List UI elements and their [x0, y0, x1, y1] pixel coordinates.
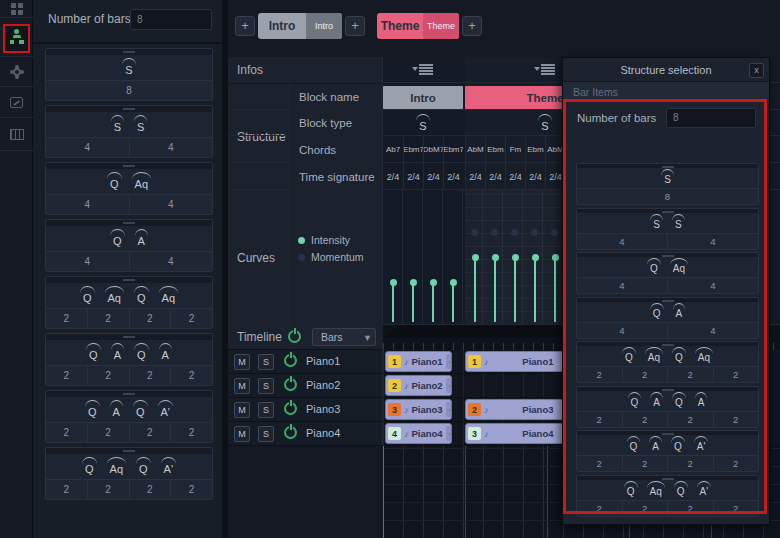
structure-symbol: Q — [83, 457, 96, 475]
chord-cell[interactable]: Ebm — [525, 136, 545, 163]
chord-cell[interactable]: Ebm7 — [403, 136, 423, 163]
track-power-icon[interactable] — [284, 426, 297, 439]
duration-value: 2 — [129, 480, 171, 499]
track-name: Piano4 — [306, 427, 340, 439]
clip-name: Piano2 — [412, 380, 443, 391]
block-type-intro[interactable]: S — [403, 114, 443, 132]
mute-button[interactable]: M — [234, 402, 250, 418]
add-block-button[interactable]: + — [345, 16, 365, 36]
time-signature-cell[interactable]: 2/4 — [403, 163, 423, 190]
structure-pattern-card[interactable]: QAqQA'2222 — [45, 447, 213, 500]
structure-pattern-card[interactable]: QAq44 — [45, 162, 213, 215]
clip-more-button[interactable]: ... — [446, 402, 452, 417]
clip-more-button[interactable]: ... — [446, 354, 452, 369]
structure-pattern-card[interactable]: QAqQAq2222 — [45, 276, 213, 329]
momentum-point[interactable] — [511, 229, 518, 236]
structure-pattern-card[interactable]: QA44 — [45, 219, 213, 272]
sidebar-item-settings[interactable] — [0, 57, 33, 87]
legend-item-momentum[interactable]: Momentum — [298, 251, 364, 263]
intensity-point[interactable] — [474, 257, 476, 322]
intensity-point[interactable] — [514, 257, 516, 322]
tab-intro[interactable]: Intro Intro — [258, 13, 342, 39]
add-block-button[interactable]: + — [462, 16, 482, 36]
time-signature-cell[interactable]: 2/4 — [423, 163, 443, 190]
track-power-icon[interactable] — [284, 378, 297, 391]
timeline-power-icon[interactable] — [288, 330, 301, 343]
intensity-point[interactable] — [412, 282, 414, 322]
intensity-point[interactable] — [392, 282, 394, 322]
duration-value: 2 — [170, 423, 212, 442]
card-drag-handle-icon[interactable] — [46, 220, 212, 226]
time-signature-cell[interactable]: 2/4 — [383, 163, 403, 190]
card-drag-handle-icon[interactable] — [46, 106, 212, 112]
theme-options-menu-icon[interactable] — [541, 64, 555, 75]
intensity-point[interactable] — [534, 257, 536, 322]
structure-pattern-card[interactable]: SS44 — [45, 105, 213, 158]
clip-more-button[interactable]: ... — [446, 426, 452, 441]
track-power-icon[interactable] — [284, 402, 297, 415]
sidebar-item-automation[interactable] — [0, 88, 33, 118]
number-of-bars-input[interactable]: 8 — [130, 9, 212, 30]
structure-symbol: Q — [135, 343, 148, 361]
chord-cell[interactable]: Ab7 — [383, 136, 403, 163]
sidebar-item-structure[interactable] — [0, 18, 33, 56]
intensity-point[interactable] — [554, 257, 556, 322]
duration-value: 2 — [87, 480, 129, 499]
legend-item-intensity[interactable]: Intensity — [298, 234, 364, 246]
momentum-point[interactable] — [491, 229, 498, 236]
momentum-point[interactable] — [471, 229, 478, 236]
chord-cell[interactable]: AbM — [465, 136, 485, 163]
clip-piano3[interactable]: 3♪Piano3... — [385, 399, 452, 420]
block-name-intro-cell[interactable]: Intro — [383, 86, 463, 109]
structure-pattern-card[interactable]: S8 — [45, 48, 213, 101]
track-controls: MSPiano3 — [228, 398, 383, 422]
card-drag-handle-icon[interactable] — [46, 277, 212, 283]
solo-button[interactable]: S — [258, 378, 274, 394]
structure-pattern-card[interactable]: QAQA'2222 — [45, 390, 213, 443]
track-power-icon[interactable] — [284, 354, 297, 367]
close-icon[interactable]: x — [749, 63, 764, 78]
sidebar-item-modules[interactable] — [0, 0, 33, 18]
chord-cell[interactable]: Ebm7 — [443, 136, 463, 163]
mute-button[interactable]: M — [234, 426, 250, 442]
time-signature-cell[interactable]: 2/4 — [465, 163, 485, 190]
legend-intensity-label: Intensity — [311, 234, 350, 246]
intensity-point[interactable] — [452, 282, 454, 322]
time-signature-cell[interactable]: 2/4 — [485, 163, 505, 190]
intro-options-menu-icon[interactable] — [419, 64, 433, 75]
clip-piano4[interactable]: 4♪Piano4... — [385, 423, 452, 444]
solo-button[interactable]: S — [258, 426, 274, 442]
block-type-theme[interactable]: S — [525, 114, 565, 132]
tab-theme[interactable]: Theme Theme — [377, 13, 459, 39]
momentum-point[interactable] — [531, 229, 538, 236]
intensity-point[interactable] — [494, 257, 496, 322]
sidebar-item-piano[interactable] — [0, 119, 33, 151]
timeline-unit-select[interactable]: Bars — [312, 328, 376, 346]
structure-symbol: Q — [137, 457, 150, 475]
structure-symbol: A — [160, 343, 171, 361]
structure-pattern-card[interactable]: QAQA2222 — [45, 333, 213, 386]
chord-cell[interactable]: Fm — [505, 136, 525, 163]
time-signature-cell[interactable]: 2/4 — [505, 163, 525, 190]
clip-piano2[interactable]: 2♪Piano2... — [385, 375, 452, 396]
momentum-point[interactable] — [551, 229, 558, 236]
card-drag-handle-icon[interactable] — [46, 163, 212, 169]
intensity-point[interactable] — [432, 282, 434, 322]
card-drag-handle-icon[interactable] — [46, 391, 212, 397]
solo-button[interactable]: S — [258, 354, 274, 370]
add-block-button[interactable]: + — [235, 16, 255, 36]
mute-button[interactable]: M — [234, 354, 250, 370]
chord-cell[interactable]: Ebm — [485, 136, 505, 163]
tab-intro-label: Intro — [258, 13, 306, 39]
time-signature-cell[interactable]: 2/4 — [443, 163, 463, 190]
solo-button[interactable]: S — [258, 402, 274, 418]
clip-more-button[interactable]: ... — [446, 378, 452, 393]
clip-piano1[interactable]: 1♪Piano1... — [385, 351, 452, 372]
card-drag-handle-icon[interactable] — [46, 448, 212, 454]
mute-button[interactable]: M — [234, 378, 250, 394]
time-signature-cell[interactable]: 2/4 — [525, 163, 545, 190]
card-drag-handle-icon[interactable] — [46, 334, 212, 340]
chord-cell[interactable]: DbM7 — [423, 136, 443, 163]
structure-symbol: Aq — [133, 172, 150, 190]
card-drag-handle-icon[interactable] — [46, 49, 212, 55]
